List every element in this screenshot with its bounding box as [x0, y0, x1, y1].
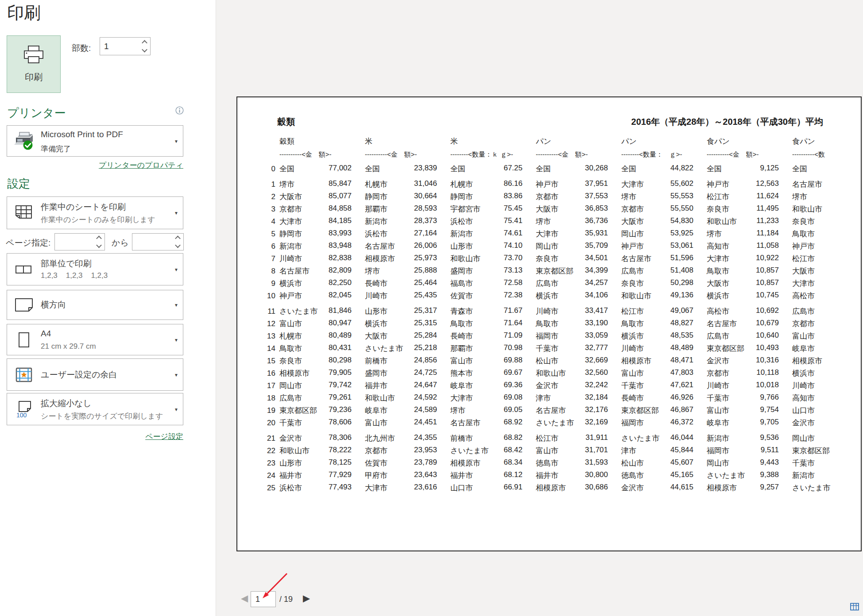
- chevron-down-icon: [96, 242, 102, 248]
- value-cell: 30,268: [585, 164, 608, 174]
- table-subheader-cell: ----------<金 額>-: [279, 150, 352, 159]
- table-pair-cell: 広島市: [792, 306, 854, 316]
- table-pair-cell: 大阪市36,853: [536, 204, 608, 214]
- value-cell: 55,553: [670, 192, 693, 202]
- table-pair-cell: 和歌山市11,233: [707, 216, 779, 227]
- row-index-cell: 14: [265, 344, 275, 353]
- city-cell: 山口市: [450, 483, 473, 493]
- city-cell: 横浜市: [621, 331, 644, 341]
- city-cell: 富山市: [450, 356, 473, 366]
- city-cell: 佐賀市: [365, 458, 387, 468]
- value-cell: 80,947: [329, 319, 352, 329]
- collate-pages-icon: [12, 264, 35, 275]
- city-cell: 松江市: [621, 306, 644, 316]
- value-cell: 82,838: [329, 254, 352, 264]
- page-setup-link[interactable]: ページ設定: [7, 431, 183, 442]
- city-cell: 東京都区部: [536, 266, 573, 276]
- scaling-select[interactable]: 100 拡大縮小なし シートを実際のサイズで印刷します ▼: [7, 393, 183, 425]
- value-cell: 31,593: [585, 458, 608, 468]
- table-pair-cell: 京都市37,553: [536, 192, 608, 202]
- print-button[interactable]: 印刷: [7, 35, 61, 93]
- city-cell: 岡山市: [621, 229, 644, 239]
- city-cell: 富山市: [365, 418, 387, 428]
- city-cell: 札幌市: [450, 179, 473, 189]
- pages-from-decrement-button[interactable]: [93, 242, 104, 250]
- row-index-cell: 15: [265, 357, 275, 366]
- pages-to-input[interactable]: [132, 234, 176, 250]
- printer-properties-link[interactable]: プリンターのプロパティ: [7, 160, 183, 170]
- table-pair-cell: 岡山市79,742: [279, 381, 352, 391]
- city-cell: 岡山市: [792, 433, 815, 443]
- pages-to-increment-button[interactable]: [172, 234, 183, 242]
- table-pair-cell: 山口市66.91: [450, 483, 522, 493]
- value-cell: 10,316: [756, 356, 779, 366]
- city-cell: 盛岡市: [450, 266, 473, 276]
- value-cell: 82,045: [329, 291, 352, 301]
- city-cell: 神戸市: [536, 179, 558, 189]
- value-cell: 25,284: [414, 331, 437, 341]
- value-cell: 72.58: [503, 278, 522, 289]
- margins-select[interactable]: ユーザー設定の余白 ▼: [7, 358, 183, 391]
- table-pair-cell: 鳥取市71.64: [450, 319, 522, 329]
- show-margins-toggle[interactable]: [850, 602, 859, 612]
- pages-from-increment-button[interactable]: [93, 234, 104, 242]
- row-index-cell: 21: [265, 434, 275, 443]
- chevron-up-icon: [175, 236, 181, 242]
- table-row: 13札幌市80,489大阪市25,284長崎市71.09福岡市33,059横浜市…: [265, 331, 854, 343]
- table-pair-cell: 横浜市82,250: [279, 278, 352, 289]
- city-cell: 和歌山市: [536, 368, 566, 378]
- row-index-cell: 1: [265, 180, 275, 189]
- paper-size-select[interactable]: A4 21 cm x 29.7 cm ▼: [7, 324, 183, 355]
- worksheet-grid-icon: [12, 205, 35, 221]
- print-what-select[interactable]: 作業中のシートを印刷 作業中のシートのみを印刷します ▼: [7, 196, 183, 229]
- city-cell: 富山市: [279, 319, 302, 329]
- table-pair-cell: さいたま市9,388: [707, 470, 779, 481]
- table-pair-cell: 鳥取市10,857: [707, 266, 779, 276]
- table-pair-cell: 岡山市53,925: [621, 229, 693, 239]
- city-cell: 山口市: [792, 405, 815, 416]
- table-pair-cell: 新潟市: [792, 470, 854, 481]
- city-cell: 堺市: [450, 405, 465, 416]
- city-cell: 盛岡市: [365, 368, 387, 378]
- subheader-text: ----------<数: [792, 150, 825, 159]
- paper-size-title: A4: [41, 329, 51, 339]
- value-cell: 25,973: [414, 254, 437, 264]
- city-cell: 宇都宮市: [450, 204, 480, 214]
- copies-decrement-button[interactable]: [139, 46, 150, 55]
- value-cell: 9,257: [760, 483, 779, 493]
- value-cell: 24,856: [414, 356, 437, 366]
- pages-to-decrement-button[interactable]: [172, 242, 183, 250]
- city-cell: 鳥取市: [450, 319, 473, 329]
- page-number-input[interactable]: [251, 592, 275, 607]
- orientation-select[interactable]: 横方向 ▼: [7, 290, 183, 320]
- value-cell: 33,417: [585, 306, 608, 316]
- table-pair-cell: 川崎市33,417: [536, 306, 608, 316]
- table-row: 21金沢市78,306北九州市24,355前橋市68.82松江市31,911さい…: [265, 433, 854, 446]
- row-index-cell: 2: [265, 192, 275, 201]
- group-name: 米: [450, 136, 458, 146]
- value-cell: 54,830: [670, 216, 693, 227]
- city-cell: 川崎市: [707, 381, 729, 391]
- pages-from-input[interactable]: [55, 234, 97, 250]
- city-cell: 那覇市: [365, 204, 387, 214]
- value-cell: 83,948: [329, 241, 352, 251]
- city-cell: 千葉市: [707, 393, 729, 403]
- info-icon[interactable]: [175, 106, 184, 115]
- table-pair-cell: 名古屋市26,006: [365, 241, 437, 251]
- copies-increment-button[interactable]: [139, 38, 150, 46]
- value-cell: 25,888: [414, 266, 437, 276]
- city-cell: 奈良市: [792, 216, 815, 227]
- city-cell: 川崎市: [621, 343, 644, 354]
- table-pair-cell: 高知市11,058: [707, 241, 779, 251]
- value-cell: 85,077: [329, 192, 352, 202]
- dropdown-arrow-icon: ▼: [174, 303, 178, 308]
- city-cell: さいたま市: [621, 433, 660, 443]
- collation-select[interactable]: 部単位で印刷 1,2,3 1,2,3 1,2,3 ▼: [7, 253, 183, 285]
- previous-page-button[interactable]: ◀: [241, 593, 248, 604]
- next-page-button[interactable]: ▶: [303, 593, 310, 604]
- copies-input[interactable]: [100, 38, 143, 55]
- table-pair-cell: 岡山市35,709: [536, 241, 608, 251]
- printer-select[interactable]: Microsoft Print to PDF 準備完了 ▼: [7, 125, 183, 157]
- table-pair-cell: 新潟市74.61: [450, 229, 522, 239]
- table-pair-cell: 奈良市50,298: [621, 278, 693, 289]
